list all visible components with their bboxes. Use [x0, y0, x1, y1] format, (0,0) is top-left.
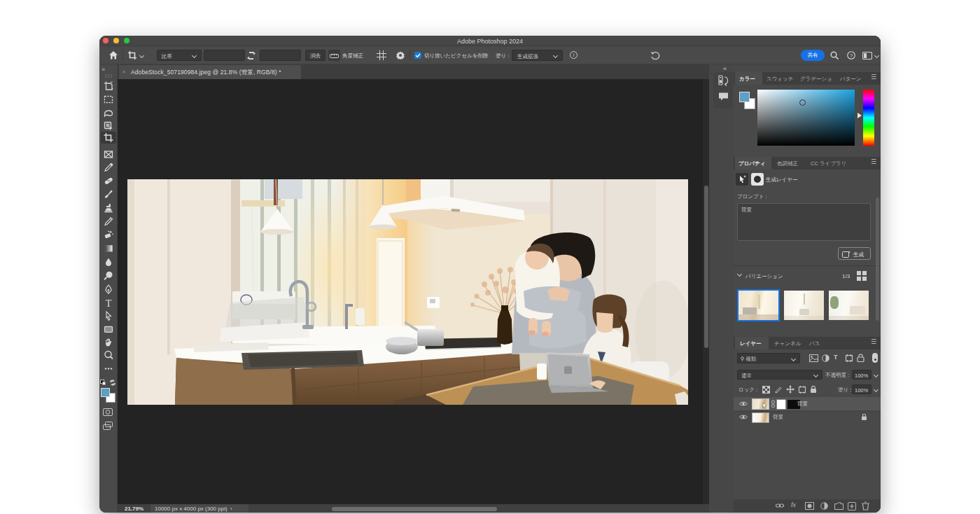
svg-text:T: T [106, 298, 112, 309]
svg-text:»: » [102, 66, 105, 73]
svg-text:i: i [573, 52, 575, 58]
svg-text:?: ? [850, 53, 853, 59]
